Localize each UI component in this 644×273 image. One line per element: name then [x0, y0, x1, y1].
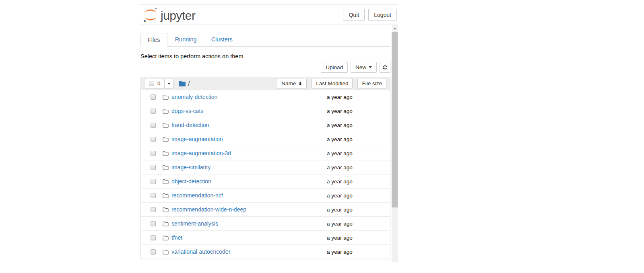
table-row: image-similarity a year ago [141, 160, 390, 174]
row-checkbox[interactable] [151, 249, 156, 255]
upload-button[interactable]: Upload [321, 62, 348, 73]
sort-by-modified-button[interactable]: Last Modified [312, 79, 353, 88]
row-checkbox[interactable] [151, 109, 156, 114]
last-modified-value: a year ago [327, 136, 390, 142]
last-modified-value: a year ago [327, 122, 390, 128]
select-all-checkbox[interactable] [149, 81, 154, 86]
caret-down-icon [369, 66, 372, 68]
row-checkbox[interactable] [151, 235, 156, 240]
folder-outline-icon [163, 109, 169, 114]
last-modified-value: a year ago [327, 108, 390, 114]
quit-button[interactable]: Quit [343, 9, 365, 21]
main-content: Files Running Clusters Select items to p… [140, 33, 390, 259]
file-link[interactable]: object-detection [171, 178, 211, 185]
select-dropdown-button[interactable] [164, 79, 174, 88]
table-row: object-detection a year ago [141, 174, 390, 189]
tab-bar: Files Running Clusters [140, 33, 390, 47]
refresh-button[interactable] [380, 62, 390, 73]
row-checkbox[interactable] [151, 179, 156, 184]
tab-clusters[interactable]: Clusters [204, 33, 239, 47]
file-link[interactable]: fraud-detection [171, 122, 209, 128]
row-checkbox[interactable] [151, 193, 156, 198]
arrow-down-icon [298, 81, 302, 86]
folder-outline-icon [163, 165, 169, 170]
file-link[interactable]: image-similarity [171, 164, 211, 170]
caret-down-icon [167, 83, 171, 84]
folder-outline-icon [163, 151, 169, 156]
table-row: sentiment-analysis a year ago [141, 217, 390, 231]
new-dropdown-button[interactable]: New [351, 62, 377, 73]
table-row: dogs-vs-cats a year ago [141, 104, 390, 118]
table-row: tfnet a year ago [141, 231, 390, 245]
page: jupyter Quit Logout Files Running Cluste… [140, 4, 398, 259]
file-link[interactable]: variational-autoencoder [171, 248, 230, 255]
folder-outline-icon [163, 94, 169, 100]
last-modified-value: a year ago [327, 193, 390, 199]
table-row: image-augmentation a year ago [141, 132, 390, 146]
file-list: anomaly-detection a year ago dogs-vs-cat… [141, 90, 390, 259]
folder-outline-icon [163, 221, 169, 226]
file-link[interactable]: image-augmentation-3d [171, 150, 231, 156]
action-toolbar: Upload New [140, 62, 390, 73]
breadcrumb: / [179, 80, 190, 87]
folder-outline-icon [163, 193, 169, 198]
file-link[interactable]: image-augmentation [171, 136, 223, 142]
refresh-icon [382, 64, 388, 70]
sort-name-label: Name [281, 80, 296, 86]
logout-button[interactable]: Logout [368, 9, 397, 21]
last-modified-value: a year ago [327, 94, 390, 100]
row-checkbox[interactable] [151, 165, 156, 170]
jupyter-logo[interactable]: jupyter [142, 7, 196, 23]
folder-outline-icon [163, 179, 169, 184]
row-checkbox[interactable] [151, 137, 156, 142]
row-checkbox[interactable] [151, 94, 156, 100]
tab-files[interactable]: Files [140, 33, 167, 47]
table-row: anomaly-detection a year ago [141, 90, 390, 104]
site-header: jupyter Quit Logout [140, 4, 398, 25]
list-header: 0 / Name [141, 77, 390, 90]
row-checkbox[interactable] [151, 207, 156, 212]
scrollbar-thumb[interactable] [392, 32, 398, 207]
table-row: image-augmentation-3d a year ago [141, 146, 390, 160]
last-modified-value: a year ago [327, 179, 390, 185]
file-link[interactable]: dogs-vs-cats [171, 108, 203, 114]
select-all-button[interactable]: 0 [145, 79, 165, 88]
file-link[interactable]: recommendation-wide-n-deep [171, 206, 246, 213]
last-modified-value: a year ago [327, 235, 390, 241]
sort-by-size-button[interactable]: File size [357, 79, 386, 88]
tab-running[interactable]: Running [168, 33, 204, 47]
logo-text: jupyter [161, 10, 196, 23]
last-modified-value: a year ago [327, 164, 390, 170]
table-row: recommendation-wide-n-deep a year ago [141, 203, 390, 217]
row-checkbox[interactable] [151, 221, 156, 226]
vertical-scrollbar[interactable] [392, 25, 398, 262]
folder-icon[interactable] [179, 81, 186, 86]
table-row: variational-autoencoder a year ago [141, 245, 390, 259]
folder-outline-icon [163, 235, 169, 240]
folder-outline-icon [163, 137, 169, 142]
file-browser: 0 / Name [140, 77, 390, 259]
selected-count: 0 [157, 80, 161, 86]
folder-outline-icon [163, 207, 169, 212]
last-modified-value: a year ago [327, 150, 390, 156]
last-modified-value: a year ago [327, 221, 390, 227]
last-modified-value: a year ago [327, 207, 390, 213]
select-all-group: 0 [145, 79, 174, 88]
folder-outline-icon [163, 123, 169, 128]
file-link[interactable]: recommendation-ncf [171, 192, 223, 199]
jupyter-logo-icon [142, 7, 159, 23]
file-link[interactable]: sentiment-analysis [171, 220, 218, 227]
notice-text: Select items to perform actions on them. [140, 53, 390, 60]
folder-outline-icon [163, 249, 169, 255]
last-modified-value: a year ago [327, 249, 390, 255]
scroll-up-arrow-icon [393, 27, 396, 29]
file-link[interactable]: tfnet [171, 234, 182, 241]
breadcrumb-path[interactable]: / [188, 80, 190, 87]
table-row: fraud-detection a year ago [141, 118, 390, 132]
row-checkbox[interactable] [151, 151, 156, 156]
scroll-up-button[interactable] [392, 25, 398, 32]
row-checkbox[interactable] [151, 123, 156, 128]
sort-by-name-button[interactable]: Name [277, 79, 307, 88]
new-button-label: New [355, 64, 366, 70]
file-link[interactable]: anomaly-detection [171, 94, 217, 100]
